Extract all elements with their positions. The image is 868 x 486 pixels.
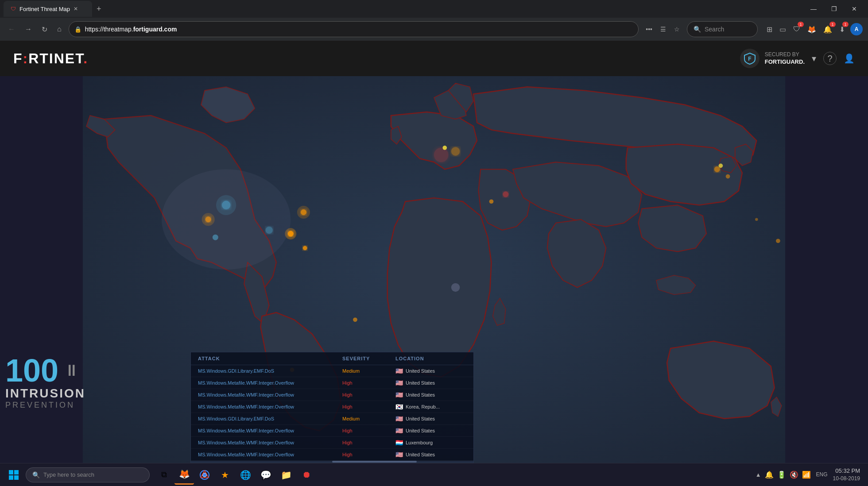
profile-avatar[interactable]: A	[850, 23, 863, 35]
close-button[interactable]: ✕	[844, 0, 864, 18]
header-right: F SECURED BY FORTIGUARD. ▾ ? 👤	[740, 49, 855, 68]
address-bar-actions: ••• ☰ ☆	[643, 23, 682, 35]
scrollbar-thumb[interactable]	[332, 461, 417, 463]
logo-text: F:RTINET.	[13, 50, 88, 67]
maximize-button[interactable]: ❐	[824, 0, 844, 18]
panel-scrollbar[interactable]	[191, 461, 473, 463]
tray-icons: ▲ 🔔 🔋 🔇 📶	[756, 471, 811, 479]
downloads-icon[interactable]: ⬇ 1	[837, 23, 847, 35]
show-hidden-button[interactable]: ▲	[756, 471, 761, 478]
clock-time: 05:32 PM	[833, 467, 860, 475]
attack-row-2: MS.Windows.Metafile.WMF.Integer.Overflow…	[191, 389, 473, 401]
shield-icon: F	[740, 49, 760, 68]
new-tab-button[interactable]: +	[92, 4, 106, 14]
taskbar-antivirus[interactable]: ★	[215, 465, 235, 485]
fortiguard-badge: F SECURED BY FORTIGUARD.	[740, 49, 805, 68]
taskbar-task-view[interactable]: ⧉	[154, 465, 174, 485]
taskbar-chrome[interactable]	[195, 465, 214, 485]
language-indicator[interactable]: ENG	[816, 471, 828, 478]
attack-severity: Medium	[342, 368, 395, 374]
attack-location: 🇺🇸 United States	[395, 451, 466, 458]
attack-name[interactable]: MS.Windows.Metafile.WMF.Integer.Overflow	[198, 404, 342, 409]
system-tray: ▲ 🔔 🔋 🔇 📶 ENG 05:32 PM 10-08-2019	[756, 467, 864, 482]
attack-row-0: MS.Windows.GDI.Library.EMF.DoS Medium 🇺🇸…	[191, 365, 473, 377]
attack-name[interactable]: MS.Windows.Metafile.WMF.Integer.Overflow	[198, 380, 342, 386]
help-button[interactable]: ?	[823, 52, 837, 65]
search-box[interactable]: 🔍 Search	[687, 21, 758, 37]
attack-name[interactable]: MS.Windows.Metafile.WMF.Integer.Overflow	[198, 440, 342, 445]
svg-point-15	[451, 147, 460, 155]
taskbar-network[interactable]: 🌐	[236, 465, 255, 485]
network-tray-icon[interactable]: 📶	[802, 471, 811, 479]
home-button[interactable]: ⌂	[54, 23, 64, 36]
taskbar-search-icon: 🔍	[32, 471, 40, 478]
more-options-button[interactable]: •••	[643, 23, 655, 35]
taskbar-search[interactable]: 🔍 Type here to search	[26, 467, 150, 482]
svg-point-25	[297, 206, 310, 219]
attack-name[interactable]: MS.Windows.Metafile.WMF.Integer.Overflow	[198, 428, 342, 433]
attack-name[interactable]: MS.Windows.Metafile.WMF.Integer.Overflow	[198, 452, 342, 457]
svg-point-14	[434, 148, 448, 162]
extension-icon-1[interactable]: 🛡 1	[791, 23, 802, 35]
counter-number: 100	[5, 355, 58, 386]
attack-location: 🇺🇸 United States	[395, 391, 466, 398]
country-flag: 🇰🇷	[395, 403, 403, 410]
minimize-button[interactable]: —	[803, 0, 824, 18]
svg-rect-30	[9, 475, 13, 480]
fortinet-header: F:RTINET. F SECURED BY FORTIGUARD. ▾ ? 👤	[0, 41, 868, 76]
start-button[interactable]	[4, 465, 24, 485]
attack-panel-header: ATTACK SEVERITY LOCATION	[191, 352, 473, 365]
location-col-header: LOCATION	[395, 356, 466, 361]
taskbar-firefox[interactable]: 🦊	[174, 465, 194, 485]
tab-bar: 🛡 Fortinet Threat Map ✕ +	[4, 0, 106, 18]
svg-point-19	[714, 166, 720, 172]
counter-overlay: 100 ⏸ INTRUSION PREVENTION	[5, 355, 85, 410]
attack-panel: ATTACK SEVERITY LOCATION MS.Windows.GDI.…	[190, 352, 474, 463]
active-tab[interactable]: 🛡 Fortinet Threat Map ✕	[4, 1, 92, 17]
reading-list-icon[interactable]: ⊞	[765, 23, 774, 35]
taskbar-file-explorer[interactable]: 📁	[276, 465, 296, 485]
attack-row-1: MS.Windows.Metafile.WMF.Integer.Overflow…	[191, 377, 473, 389]
profile-button[interactable]: 👤	[844, 53, 855, 64]
attack-row-5: MS.Windows.Metafile.WMF.Integer.Overflow…	[191, 425, 473, 437]
attack-name[interactable]: MS.Windows.GDI.Library.EMF.DoS	[198, 368, 342, 374]
notification-icon[interactable]: 🔔 1	[822, 23, 834, 35]
notification-icon[interactable]: 🔔	[765, 471, 774, 479]
svg-point-8	[353, 317, 357, 322]
extension-icon-2[interactable]: 🦊	[806, 23, 818, 35]
taskbar-messenger[interactable]: 💬	[256, 465, 275, 485]
system-clock[interactable]: 05:32 PM 10-08-2019	[833, 467, 860, 482]
reader-mode-button[interactable]: ☰	[658, 23, 669, 35]
attack-location: 🇺🇸 United States	[395, 415, 466, 422]
volume-icon[interactable]: 🔇	[790, 471, 798, 479]
taskbar-apps: ⧉ 🦊 ★ 🌐 💬 📁 ⏺	[154, 465, 316, 485]
forward-button[interactable]: →	[22, 23, 35, 36]
svg-point-13	[451, 283, 460, 292]
svg-point-17	[503, 192, 508, 197]
tab-title: Fortinet Threat Map	[19, 6, 70, 12]
refresh-button[interactable]: ↻	[39, 23, 50, 36]
dropdown-button[interactable]: ▾	[812, 53, 816, 64]
battery-icon[interactable]: 🔋	[777, 471, 786, 479]
address-bar[interactable]: 🔒 https://threatmap.fortiguard.com	[69, 21, 639, 37]
attack-name[interactable]: MS.Windows.GDI.Library.EMF.DoS	[198, 416, 342, 421]
attack-col-header: ATTACK	[198, 356, 342, 361]
back-button[interactable]: ←	[5, 23, 18, 36]
bookmark-button[interactable]: ☆	[671, 23, 682, 35]
severity-col-header: SEVERITY	[342, 356, 395, 361]
taskbar-recorder[interactable]: ⏺	[297, 465, 316, 485]
clock-date: 10-08-2019	[833, 475, 860, 482]
attack-row-6: MS.Windows.Metafile.WMF.Integer.Overflow…	[191, 437, 473, 449]
attack-location: 🇱🇺 Luxembourg	[395, 439, 466, 446]
svg-text:F: F	[748, 56, 751, 62]
attack-row-4: MS.Windows.GDI.Library.EMF.DoS Medium 🇺🇸…	[191, 413, 473, 425]
sidebar-icon[interactable]: ▭	[778, 23, 788, 35]
country-flag: 🇺🇸	[395, 451, 403, 458]
attack-row-7: MS.Windows.Metafile.WMF.Integer.Overflow…	[191, 449, 473, 461]
attack-name[interactable]: MS.Windows.Metafile.WMF.Integer.Overflow	[198, 392, 342, 397]
svg-point-21	[726, 174, 730, 179]
svg-point-5	[303, 246, 307, 251]
tab-close-button[interactable]: ✕	[74, 6, 78, 12]
window-controls: — ❐ ✕	[803, 0, 864, 18]
app-content: F:RTINET. F SECURED BY FORTIGUARD. ▾ ? 👤	[0, 41, 868, 463]
